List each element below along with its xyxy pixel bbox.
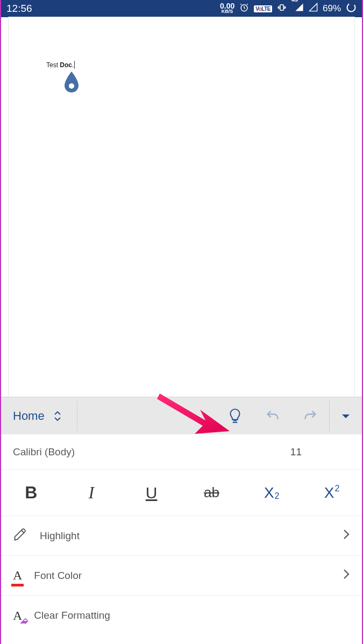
bold-button[interactable]: B [1, 470, 61, 516]
underline-button[interactable]: U [122, 470, 182, 516]
chevron-right-icon [343, 528, 350, 543]
clear-formatting-icon: A [13, 609, 22, 623]
font-size-select[interactable]: 11 [290, 446, 302, 458]
cursor-handle[interactable] [63, 71, 80, 96]
alarm-icon [239, 3, 249, 15]
font-color-label: Font Color [34, 570, 82, 582]
doc-text-tail: . [72, 61, 74, 69]
svg-point-3 [69, 83, 74, 89]
status-data-rate: 0.00 KB/S [220, 3, 234, 14]
document-text[interactable]: Test Doc. [46, 61, 75, 69]
text-format-row: B I U ab X2 X2 [1, 470, 362, 516]
chevron-updown-icon [53, 410, 62, 422]
battery-percent: 69% [323, 3, 341, 14]
ribbon-collapse-button[interactable] [330, 397, 362, 435]
tell-me-button[interactable] [216, 397, 254, 435]
redo-button[interactable] [291, 397, 329, 435]
status-bar: 12:56 0.00 KB/S VoLTE 4G 69% [1, 0, 362, 17]
highlight-label: Highlight [40, 530, 80, 542]
volte-icon: VoLTE [254, 5, 272, 12]
signal-empty-icon [309, 3, 318, 15]
vibrate-icon [277, 3, 287, 15]
ribbon-tab-label: Home [13, 409, 45, 423]
svg-rect-1 [280, 4, 283, 10]
signal-icon [295, 3, 304, 15]
document-canvas[interactable]: Test Doc. [1, 17, 362, 397]
font-row: Calibri (Body) 11 [1, 434, 362, 470]
document-page[interactable]: Test Doc. [9, 17, 354, 397]
superscript-button[interactable]: X2 [302, 470, 362, 516]
battery-spinner-icon [346, 2, 357, 16]
ribbon-bar: Home [1, 397, 362, 434]
clear-formatting-label: Clear Formatting [34, 610, 110, 621]
subscript-button[interactable]: X2 [241, 470, 302, 516]
text-cursor [74, 61, 75, 69]
ribbon-tab-selector[interactable]: Home [1, 397, 74, 434]
italic-button[interactable]: I [61, 470, 122, 516]
chevron-right-icon [343, 568, 350, 583]
font-color-row[interactable]: A Font Color [1, 556, 362, 596]
svg-point-2 [346, 2, 357, 13]
highlight-icon [13, 527, 28, 545]
clear-formatting-row[interactable]: A Clear Formatting [1, 596, 362, 635]
highlight-row[interactable]: Highlight [1, 516, 362, 556]
strikethrough-button[interactable]: ab [181, 470, 241, 516]
doc-text-plain: Test [46, 61, 60, 69]
font-color-icon: A [13, 568, 22, 583]
undo-button[interactable] [254, 397, 291, 435]
home-panel: Calibri (Body) 11 B I U ab X2 X2 Highlig… [1, 434, 362, 644]
font-name-select[interactable]: Calibri (Body) [13, 446, 75, 458]
status-time: 12:56 [6, 3, 32, 15]
doc-text-bold: Doc [60, 61, 72, 69]
